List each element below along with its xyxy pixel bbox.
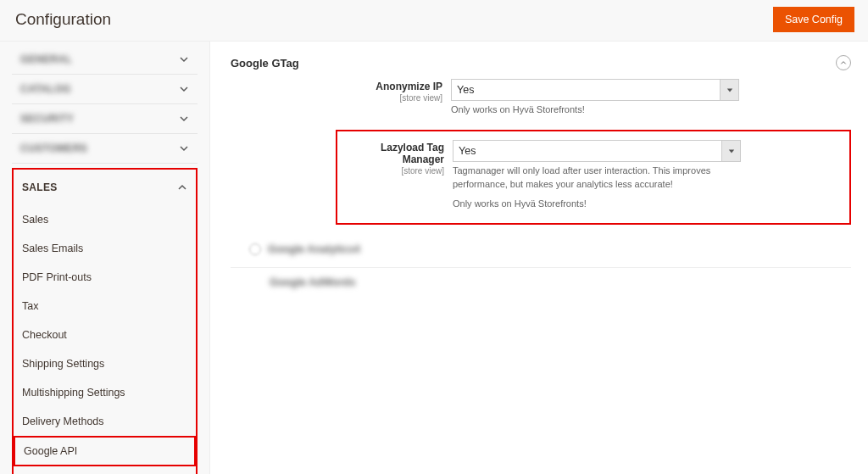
sidebar-section-customers[interactable]: CUSTOMERS — [12, 134, 198, 164]
lazyload-select[interactable]: Yes — [453, 140, 722, 162]
save-config-button[interactable]: Save Config — [773, 7, 854, 32]
sidebar-item-tax[interactable]: Tax — [14, 292, 196, 321]
highlighted-field-lazyload: Lazyload Tag Manager [store view] Yes — [336, 130, 851, 224]
sidebar-item-multishipping-settings[interactable]: Multishipping Settings — [14, 378, 196, 407]
expand-icon — [249, 243, 261, 255]
subsection-google-adwords[interactable]: Google AdWords — [231, 267, 851, 297]
caret-down-icon — [726, 86, 733, 93]
chevron-down-icon — [179, 143, 189, 153]
lazyload-helper2: Only works on Hyvä Storefronts! — [453, 198, 741, 210]
field-anonymize-ip: Anonymize IP [store view] Yes Only works… — [341, 79, 851, 116]
main-container: GENERAL CATALOG SECURITY CUSTOMERS SALES… — [0, 42, 868, 474]
config-sidebar: GENERAL CATALOG SECURITY CUSTOMERS SALES… — [0, 42, 210, 474]
svg-marker-0 — [726, 88, 732, 92]
page-title: Configuration — [15, 10, 111, 29]
subsection-google-analytics[interactable]: Google Analytics4 — [231, 235, 851, 264]
sidebar-item-shipping-settings[interactable]: Shipping Settings — [14, 349, 196, 378]
section-title: Google GTag — [231, 57, 299, 70]
sidebar-section-sales-header[interactable]: SALES — [14, 170, 196, 205]
svg-marker-1 — [728, 150, 733, 153]
lazyload-scope: [store view] — [337, 166, 444, 176]
sidebar-item-delivery-methods[interactable]: Delivery Methods — [14, 407, 196, 436]
anonymize-ip-select[interactable]: Yes — [451, 79, 721, 101]
chevron-down-icon — [179, 114, 189, 124]
field-lazyload-tag-manager: Lazyload Tag Manager [store view] Yes — [337, 140, 834, 210]
field-label: Lazyload Tag Manager [store view] — [337, 140, 453, 176]
chevron-up-icon — [177, 182, 187, 192]
sidebar-section-general[interactable]: GENERAL — [12, 45, 198, 75]
anonymize-ip-label: Anonymize IP — [341, 81, 442, 92]
field-label: Anonymize IP [store view] — [341, 79, 451, 103]
field-control: Yes Tagmanager will only load after user… — [453, 140, 741, 210]
chevron-up-icon — [840, 59, 847, 66]
lazyload-label: Lazyload Tag Manager — [337, 142, 444, 165]
lazyload-helper1: Tagmanager will only load after user int… — [453, 165, 741, 191]
chevron-down-icon — [179, 54, 189, 64]
sidebar-item-payment-methods[interactable]: Payment Methods — [14, 466, 196, 474]
dropdown-toggle[interactable] — [721, 79, 739, 101]
chevron-down-icon — [179, 84, 189, 94]
sidebar-section-catalog[interactable]: CATALOG — [12, 75, 198, 104]
sidebar-section-sales-label: SALES — [22, 181, 58, 193]
page-header: Configuration Save Config — [0, 0, 868, 42]
sidebar-sales-subitems: Sales Sales Emails PDF Print-outs Tax Ch… — [14, 205, 196, 474]
anonymize-ip-scope: [store view] — [341, 93, 442, 103]
anonymize-ip-helper: Only works on Hyvä Storefronts! — [451, 103, 739, 116]
sidebar-item-sales-emails[interactable]: Sales Emails — [14, 234, 196, 263]
form-area: Anonymize IP [store view] Yes Only works… — [341, 79, 851, 225]
select-wrap: Yes — [453, 140, 741, 162]
select-wrap: Yes — [451, 79, 739, 101]
sidebar-section-sales: SALES Sales Sales Emails PDF Print-outs … — [12, 168, 198, 474]
section-title-row: Google GTag — [231, 52, 851, 79]
sidebar-section-security[interactable]: SECURITY — [12, 104, 198, 134]
sidebar-item-sales[interactable]: Sales — [14, 205, 196, 234]
sidebar-item-pdf-printouts[interactable]: PDF Print-outs — [14, 263, 196, 292]
section-collapse-toggle[interactable] — [836, 55, 851, 70]
sidebar-item-google-api[interactable]: Google API — [14, 436, 196, 466]
sidebar-item-checkout[interactable]: Checkout — [14, 321, 196, 349]
field-control: Yes Only works on Hyvä Storefronts! — [451, 79, 739, 116]
config-main: Google GTag Anonymize IP [store view] Ye… — [210, 42, 868, 474]
dropdown-toggle[interactable] — [722, 140, 741, 162]
caret-down-icon — [728, 148, 735, 154]
